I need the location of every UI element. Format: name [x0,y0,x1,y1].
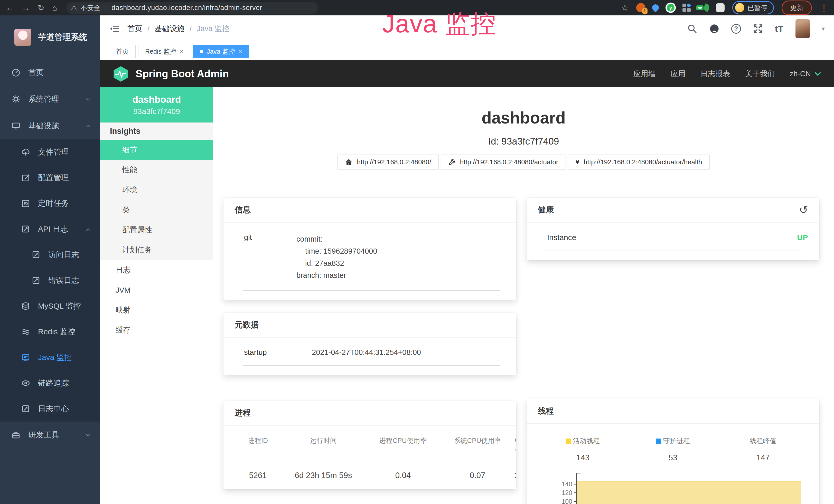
sba-menu-classes[interactable]: 类 [100,200,213,220]
puzzle-extension-icon[interactable] [716,3,725,12]
tab-java-monitor[interactable]: Java 监控 × [193,45,249,58]
sba-instance-header[interactable]: dashboard 93a3fc7f7409 [100,87,213,122]
sba-navbar: Spring Boot Admin 应用墙 应用 日志报表 关于我们 zh-CN [100,60,834,87]
sidebar-item-jobs[interactable]: 定时任务 [0,190,100,216]
sidebar-item-access-log[interactable]: 访问日志 [0,242,100,268]
forward-icon[interactable]: → [22,4,30,12]
app-sidebar: 芋道管理系统 首页 系统管理 基础设施 文件管理 [0,16,100,504]
warning-icon: ⚠ [71,4,77,12]
security-label: 不安全 [81,3,101,12]
health-url-button[interactable]: ♥ http://192.168.0.2:48080/actuator/heal… [568,155,710,169]
url-text: dashboard.yudao.iocoder.cn/infra/admin-s… [111,4,262,12]
sba-menu-environment[interactable]: 环境 [100,180,213,200]
sba-sidebar: dashboard 93a3fc7f7409 Insights 细节 性能 环境… [100,87,213,504]
tag-tabs-bar: 首页 Redis 监控 × Java 监控 × [100,42,834,60]
sba-menu-caches[interactable]: 缓存 [100,320,213,340]
edit-icon [21,173,30,182]
sidebar-item-infra[interactable]: 基础设施 [0,112,100,139]
active-threads-area [577,481,801,504]
history-icon[interactable]: ↺ [799,204,808,216]
app-logo [14,29,31,46]
sba-logo-icon [112,66,129,82]
instance-id: Id: 93a3fc7f7409 [213,136,834,147]
info-key: git [235,233,297,242]
info-card: 信息 git commit: time: 1596289704000 id: 2… [223,198,516,300]
threads-values: 143 53 147 [538,453,808,462]
bookmark-star-icon[interactable]: ☆ [621,3,629,13]
breadcrumb-infra[interactable]: 基础设施 [155,24,184,34]
sidebar-item-error-log[interactable]: 错误日志 [0,268,100,293]
sidebar-item-mysql[interactable]: MySQL 监控 [0,293,100,319]
metadata-card: 元数据 startup 2021-04-27T00:44:31.254+08:0… [223,313,516,375]
threads-plot-area [576,473,801,504]
process-uptime: 6d 23h 15m 59s [281,471,366,480]
grid-extension-icon[interactable] [682,4,691,12]
cpu-cores: 2 [515,471,516,480]
sidebar-item-config[interactable]: 配置管理 [0,165,100,190]
tab-home[interactable]: 首页 [109,45,136,58]
sba-menu-configprops[interactable]: 配置属性 [100,220,213,240]
reload-icon[interactable]: ↻ [38,4,44,12]
java-monitor-icon [21,353,30,362]
browser-home-icon[interactable]: ⌂ [52,4,57,12]
font-size-icon[interactable]: tT [775,24,784,34]
github-icon[interactable] [709,24,720,34]
close-icon[interactable]: × [239,48,242,55]
pin-extension-icon[interactable] [652,4,659,11]
user-menu-caret-icon[interactable]: ▾ [822,25,825,32]
health-instance-label: Instance [538,233,576,242]
chevron-down-icon [85,432,91,438]
sba-menu-jvm[interactable]: JVM [100,280,213,300]
app-topbar: 首页 / 基础设施 / Java 监控 ? tT ▾ [100,16,834,42]
mysql-database-icon [21,301,30,311]
sidebar-item-system[interactable]: 系统管理 [0,86,100,112]
on-badge: on [696,5,704,10]
sba-menu-metrics[interactable]: 性能 [100,160,213,180]
metadata-card-title: 元数据 [223,313,516,337]
threads-card: 线程 活动线程 守护进程 线程峰值 143 53 [527,399,819,504]
sba-brand[interactable]: Spring Boot Admin [112,66,229,82]
actuator-url-button[interactable]: http://192.168.0.2:48080/actuator [441,155,566,169]
sba-menu-scheduled-tasks[interactable]: 计划任务 [100,240,213,260]
update-button[interactable]: 更新 [782,1,812,15]
back-icon[interactable]: ← [6,4,14,12]
sidebar-item-java-monitor[interactable]: Java 监控 [0,345,100,370]
service-url-button[interactable]: http://192.168.0.2:48080/ [337,155,438,169]
sidebar-item-redis[interactable]: Redis 监控 [0,319,100,345]
sidebar-item-api-log[interactable]: API 日志 [0,216,100,242]
locale-selector[interactable]: zh-CN [790,70,822,78]
browser-menu-icon[interactable]: ⋮ [820,3,828,13]
sidebar-item-log-center[interactable]: 日志中心 [0,396,100,421]
extension-orange-icon[interactable]: 1 [636,3,645,12]
sba-nav-wallboard[interactable]: 应用墙 [633,69,656,79]
log-center-icon [21,404,30,413]
leaf-extension-icon[interactable] [704,4,709,11]
close-icon[interactable]: × [180,48,183,55]
sba-nav-journal[interactable]: 日志报表 [700,69,730,79]
tab-redis-monitor[interactable]: Redis 监控 × [138,45,190,58]
sba-menu-details[interactable]: 细节 [100,140,213,160]
sba-section-insights: Insights [100,122,213,140]
sba-menu-logs[interactable]: 日志 [100,260,213,280]
sidebar-item-home[interactable]: 首页 [0,59,100,86]
address-separator: | [105,4,107,12]
extensions-row: 1 y on [636,3,725,13]
address-bar[interactable]: ⚠ 不安全 | dashboard.yudao.iocoder.cn/infra… [66,2,318,14]
user-avatar[interactable] [795,19,810,38]
help-icon[interactable]: ? [731,24,741,33]
sba-menu-mappings[interactable]: 映射 [100,300,213,320]
sba-nav-about[interactable]: 关于我们 [745,69,775,79]
paused-label: 已暂停 [747,3,767,12]
breadcrumb-home[interactable]: 首页 [127,24,142,34]
fold-menu-icon[interactable] [109,24,120,33]
fullscreen-icon[interactable] [753,24,763,34]
sidebar-item-trace[interactable]: 链路追踪 [0,370,100,396]
green-y-extension-icon[interactable]: y [665,3,676,13]
monitor-icon [11,121,21,131]
search-icon[interactable] [687,24,697,34]
sba-nav-applications[interactable]: 应用 [671,69,685,79]
paused-badge[interactable]: 已暂停 [732,1,774,15]
active-threads-legend-swatch [566,438,571,444]
sidebar-item-devtools[interactable]: 研发工具 [0,421,100,448]
sidebar-item-files[interactable]: 文件管理 [0,139,100,165]
